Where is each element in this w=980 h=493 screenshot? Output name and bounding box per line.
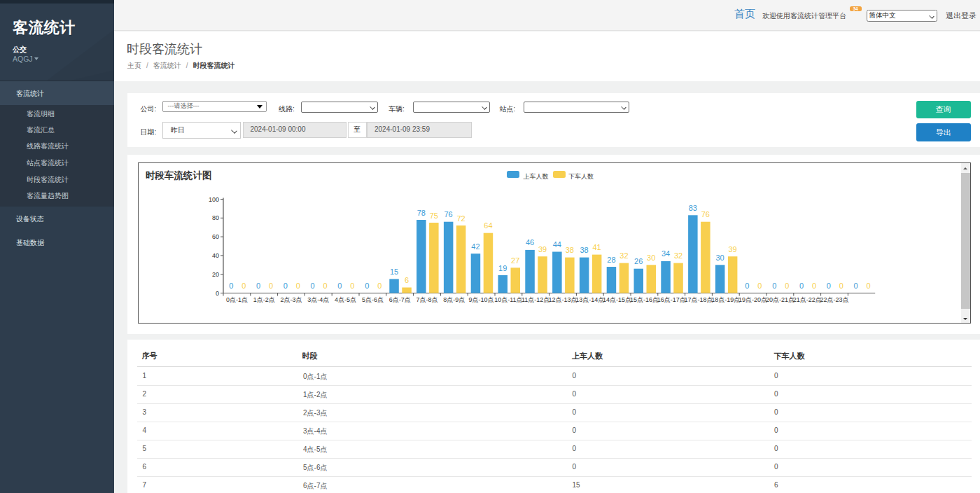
- svg-text:0: 0: [337, 282, 342, 290]
- svg-text:0: 0: [269, 282, 273, 290]
- svg-text:38: 38: [566, 246, 574, 254]
- svg-text:0: 0: [772, 282, 776, 290]
- svg-text:39: 39: [538, 245, 547, 254]
- svg-text:0: 0: [757, 282, 762, 290]
- svg-text:9点-10点: 9点-10点: [469, 296, 494, 303]
- svg-text:28: 28: [607, 256, 615, 264]
- svg-text:6点-7点: 6点-7点: [389, 296, 411, 303]
- svg-text:0: 0: [311, 282, 315, 290]
- svg-text:0: 0: [867, 282, 871, 290]
- svg-text:0: 0: [229, 282, 233, 290]
- svg-text:11点-12点: 11点-12点: [522, 296, 550, 303]
- svg-text:19点-20点: 19点-20点: [738, 296, 767, 303]
- svg-text:64: 64: [484, 221, 492, 230]
- svg-text:2点-3点: 2点-3点: [280, 296, 302, 303]
- svg-text:72: 72: [456, 214, 465, 223]
- svg-text:13点-14点: 13点-14点: [575, 296, 604, 303]
- svg-text:0: 0: [799, 282, 804, 290]
- svg-text:16点-17点: 16点-17点: [657, 296, 686, 303]
- svg-text:34: 34: [662, 249, 670, 258]
- svg-text:76: 76: [444, 210, 452, 218]
- svg-text:30: 30: [647, 254, 655, 262]
- svg-text:0: 0: [256, 282, 260, 290]
- svg-text:8点-9点: 8点-9点: [443, 296, 465, 303]
- svg-text:27: 27: [511, 256, 519, 265]
- svg-text:78: 78: [417, 209, 426, 217]
- svg-text:20: 20: [212, 271, 219, 278]
- svg-text:14点-15点: 14点-15点: [603, 296, 631, 303]
- svg-text:0: 0: [365, 282, 369, 290]
- svg-text:0: 0: [216, 290, 219, 297]
- svg-text:0: 0: [296, 282, 300, 290]
- svg-text:100: 100: [209, 196, 219, 203]
- svg-text:6: 6: [405, 276, 409, 284]
- svg-text:0: 0: [785, 282, 789, 290]
- svg-text:0: 0: [745, 282, 749, 290]
- svg-text:0: 0: [241, 282, 246, 290]
- svg-text:0: 0: [323, 282, 328, 290]
- svg-text:38: 38: [580, 246, 588, 254]
- svg-text:32: 32: [620, 251, 628, 260]
- svg-text:40: 40: [212, 252, 219, 259]
- svg-text:12点-13点: 12点-13点: [548, 296, 577, 303]
- svg-text:20点-21点: 20点-21点: [766, 296, 794, 303]
- svg-text:19: 19: [498, 264, 507, 272]
- svg-text:10点-11点: 10点-11点: [494, 296, 522, 303]
- svg-text:0: 0: [854, 282, 858, 290]
- svg-text:7点-8点: 7点-8点: [416, 296, 438, 303]
- svg-text:30: 30: [715, 254, 724, 262]
- svg-text:5点-6点: 5点-6点: [362, 296, 384, 303]
- svg-text:46: 46: [526, 238, 534, 246]
- svg-text:44: 44: [553, 240, 561, 249]
- svg-text:18点-19点: 18点-19点: [711, 296, 740, 303]
- svg-text:3点-4点: 3点-4点: [307, 296, 329, 303]
- svg-text:39: 39: [728, 245, 736, 254]
- svg-text:17点-18点: 17点-18点: [684, 296, 713, 303]
- svg-text:26: 26: [634, 257, 643, 265]
- svg-text:83: 83: [689, 204, 697, 212]
- svg-text:0: 0: [377, 282, 382, 290]
- svg-text:15点-16点: 15点-16点: [630, 296, 659, 303]
- svg-text:76: 76: [701, 210, 710, 218]
- svg-text:0点-1点: 0点-1点: [226, 296, 248, 303]
- svg-text:0: 0: [839, 282, 844, 290]
- svg-text:0: 0: [350, 282, 354, 290]
- svg-text:41: 41: [592, 243, 601, 251]
- svg-text:0: 0: [827, 282, 831, 290]
- svg-text:0: 0: [812, 282, 816, 290]
- svg-text:22点-23点: 22点-23点: [820, 296, 848, 303]
- svg-text:80: 80: [212, 214, 219, 221]
- svg-text:1点-2点: 1点-2点: [253, 296, 275, 303]
- svg-text:60: 60: [212, 233, 219, 240]
- svg-text:4点-5点: 4点-5点: [335, 296, 356, 303]
- svg-text:32: 32: [674, 251, 682, 260]
- svg-text:42: 42: [471, 242, 479, 251]
- svg-text:75: 75: [430, 211, 438, 220]
- svg-text:21点-22点: 21点-22点: [793, 296, 822, 303]
- svg-text:0: 0: [284, 282, 288, 290]
- svg-text:15: 15: [390, 268, 398, 276]
